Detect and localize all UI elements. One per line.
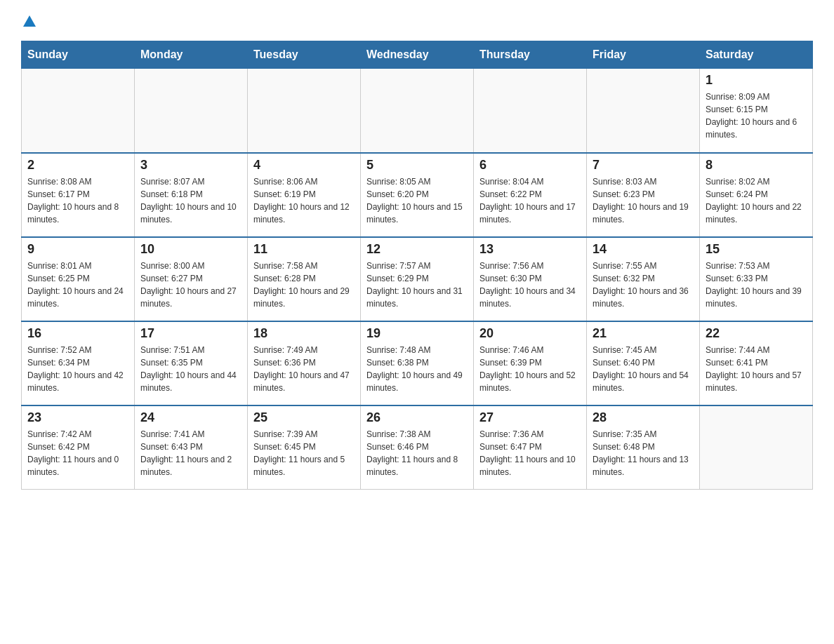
calendar-cell: 8Sunrise: 8:02 AMSunset: 6:24 PMDaylight… — [700, 153, 813, 237]
day-info: Sunrise: 7:48 AMSunset: 6:38 PMDaylight:… — [366, 344, 468, 394]
calendar-cell: 11Sunrise: 7:58 AMSunset: 6:28 PMDayligh… — [248, 237, 361, 321]
day-info: Sunrise: 7:56 AMSunset: 6:30 PMDaylight:… — [479, 260, 581, 310]
day-number: 25 — [253, 410, 355, 425]
day-info: Sunrise: 7:45 AMSunset: 6:40 PMDaylight:… — [593, 344, 694, 394]
day-number: 23 — [27, 410, 128, 425]
calendar-cell: 16Sunrise: 7:52 AMSunset: 6:34 PMDayligh… — [22, 321, 135, 405]
day-number: 28 — [593, 410, 694, 425]
logo-triangle-icon — [22, 14, 37, 29]
day-number: 1 — [706, 73, 807, 88]
day-info: Sunrise: 7:35 AMSunset: 6:48 PMDaylight:… — [593, 428, 694, 478]
day-number: 20 — [479, 326, 581, 341]
logo — [21, 14, 38, 29]
day-info: Sunrise: 7:44 AMSunset: 6:41 PMDaylight:… — [706, 344, 807, 394]
weekday-header-thursday: Thursday — [474, 41, 587, 69]
day-number: 5 — [366, 158, 468, 173]
day-info: Sunrise: 7:46 AMSunset: 6:39 PMDaylight:… — [479, 344, 581, 394]
calendar-cell: 12Sunrise: 7:57 AMSunset: 6:29 PMDayligh… — [361, 237, 474, 321]
day-number: 10 — [140, 242, 241, 257]
weekday-header-wednesday: Wednesday — [361, 41, 474, 69]
day-info: Sunrise: 8:05 AMSunset: 6:20 PMDaylight:… — [366, 175, 468, 226]
calendar-cell: 1Sunrise: 8:09 AMSunset: 6:15 PMDaylight… — [700, 69, 813, 153]
calendar-cell: 24Sunrise: 7:41 AMSunset: 6:43 PMDayligh… — [135, 405, 248, 490]
calendar-cell — [474, 69, 587, 153]
day-info: Sunrise: 7:49 AMSunset: 6:36 PMDaylight:… — [253, 344, 355, 394]
calendar-cell: 23Sunrise: 7:42 AMSunset: 6:42 PMDayligh… — [22, 405, 135, 490]
day-info: Sunrise: 8:01 AMSunset: 6:25 PMDaylight:… — [27, 260, 128, 310]
weekday-header-tuesday: Tuesday — [248, 41, 361, 69]
day-info: Sunrise: 7:58 AMSunset: 6:28 PMDaylight:… — [253, 260, 355, 310]
calendar-cell: 18Sunrise: 7:49 AMSunset: 6:36 PMDayligh… — [248, 321, 361, 405]
calendar-week-4: 16Sunrise: 7:52 AMSunset: 6:34 PMDayligh… — [22, 321, 813, 405]
day-number: 4 — [253, 158, 355, 173]
day-info: Sunrise: 7:39 AMSunset: 6:45 PMDaylight:… — [253, 428, 355, 478]
calendar-cell: 5Sunrise: 8:05 AMSunset: 6:20 PMDaylight… — [361, 153, 474, 237]
page-header — [21, 14, 813, 29]
calendar-cell: 26Sunrise: 7:38 AMSunset: 6:46 PMDayligh… — [361, 405, 474, 490]
day-info: Sunrise: 7:57 AMSunset: 6:29 PMDaylight:… — [366, 260, 468, 310]
day-number: 13 — [479, 242, 581, 257]
calendar-cell — [135, 69, 248, 153]
weekday-header-friday: Friday — [587, 41, 700, 69]
day-info: Sunrise: 8:08 AMSunset: 6:17 PMDaylight:… — [27, 175, 128, 226]
day-info: Sunrise: 7:36 AMSunset: 6:47 PMDaylight:… — [479, 428, 581, 478]
calendar-week-2: 2Sunrise: 8:08 AMSunset: 6:17 PMDaylight… — [22, 153, 813, 237]
weekday-header-saturday: Saturday — [700, 41, 813, 69]
day-number: 15 — [706, 242, 807, 257]
day-info: Sunrise: 7:38 AMSunset: 6:46 PMDaylight:… — [366, 428, 468, 478]
day-number: 8 — [706, 158, 807, 173]
day-info: Sunrise: 8:00 AMSunset: 6:27 PMDaylight:… — [140, 260, 241, 310]
day-number: 27 — [479, 410, 581, 425]
calendar-cell: 14Sunrise: 7:55 AMSunset: 6:32 PMDayligh… — [587, 237, 700, 321]
calendar-cell: 15Sunrise: 7:53 AMSunset: 6:33 PMDayligh… — [700, 237, 813, 321]
calendar-cell: 22Sunrise: 7:44 AMSunset: 6:41 PMDayligh… — [700, 321, 813, 405]
weekday-header-monday: Monday — [135, 41, 248, 69]
day-number: 22 — [706, 326, 807, 341]
calendar-cell — [361, 69, 474, 153]
calendar-cell: 17Sunrise: 7:51 AMSunset: 6:35 PMDayligh… — [135, 321, 248, 405]
calendar-cell: 25Sunrise: 7:39 AMSunset: 6:45 PMDayligh… — [248, 405, 361, 490]
calendar-cell: 7Sunrise: 8:03 AMSunset: 6:23 PMDaylight… — [587, 153, 700, 237]
calendar-cell: 10Sunrise: 8:00 AMSunset: 6:27 PMDayligh… — [135, 237, 248, 321]
calendar-cell — [248, 69, 361, 153]
day-info: Sunrise: 8:02 AMSunset: 6:24 PMDaylight:… — [706, 175, 807, 226]
day-info: Sunrise: 7:55 AMSunset: 6:32 PMDaylight:… — [593, 260, 694, 310]
day-number: 21 — [593, 326, 694, 341]
day-info: Sunrise: 8:06 AMSunset: 6:19 PMDaylight:… — [253, 175, 355, 226]
calendar-cell: 20Sunrise: 7:46 AMSunset: 6:39 PMDayligh… — [474, 321, 587, 405]
day-number: 16 — [27, 326, 128, 341]
day-number: 2 — [27, 158, 128, 173]
calendar-cell: 3Sunrise: 8:07 AMSunset: 6:18 PMDaylight… — [135, 153, 248, 237]
day-info: Sunrise: 8:04 AMSunset: 6:22 PMDaylight:… — [479, 175, 581, 226]
calendar-cell — [22, 69, 135, 153]
weekday-header-row: SundayMondayTuesdayWednesdayThursdayFrid… — [22, 41, 813, 69]
day-info: Sunrise: 8:07 AMSunset: 6:18 PMDaylight:… — [140, 175, 241, 226]
calendar-cell: 28Sunrise: 7:35 AMSunset: 6:48 PMDayligh… — [587, 405, 700, 490]
day-info: Sunrise: 7:53 AMSunset: 6:33 PMDaylight:… — [706, 260, 807, 310]
day-info: Sunrise: 7:42 AMSunset: 6:42 PMDaylight:… — [27, 428, 128, 478]
calendar-cell: 27Sunrise: 7:36 AMSunset: 6:47 PMDayligh… — [474, 405, 587, 490]
calendar-cell: 19Sunrise: 7:48 AMSunset: 6:38 PMDayligh… — [361, 321, 474, 405]
calendar-cell: 6Sunrise: 8:04 AMSunset: 6:22 PMDaylight… — [474, 153, 587, 237]
calendar-week-3: 9Sunrise: 8:01 AMSunset: 6:25 PMDaylight… — [22, 237, 813, 321]
calendar-cell: 9Sunrise: 8:01 AMSunset: 6:25 PMDaylight… — [22, 237, 135, 321]
day-number: 26 — [366, 410, 468, 425]
calendar-cell: 13Sunrise: 7:56 AMSunset: 6:30 PMDayligh… — [474, 237, 587, 321]
day-number: 17 — [140, 326, 241, 341]
calendar-table: SundayMondayTuesdayWednesdayThursdayFrid… — [21, 41, 813, 490]
weekday-header-sunday: Sunday — [22, 41, 135, 69]
calendar-cell: 2Sunrise: 8:08 AMSunset: 6:17 PMDaylight… — [22, 153, 135, 237]
day-info: Sunrise: 8:03 AMSunset: 6:23 PMDaylight:… — [593, 175, 694, 226]
calendar-week-1: 1Sunrise: 8:09 AMSunset: 6:15 PMDaylight… — [22, 69, 813, 153]
day-number: 19 — [366, 326, 468, 341]
day-number: 18 — [253, 326, 355, 341]
svg-marker-0 — [23, 15, 36, 27]
day-info: Sunrise: 8:09 AMSunset: 6:15 PMDaylight:… — [706, 90, 807, 141]
day-info: Sunrise: 7:51 AMSunset: 6:35 PMDaylight:… — [140, 344, 241, 394]
day-number: 7 — [593, 158, 694, 173]
day-number: 9 — [27, 242, 128, 257]
day-number: 14 — [593, 242, 694, 257]
day-info: Sunrise: 7:41 AMSunset: 6:43 PMDaylight:… — [140, 428, 241, 478]
day-number: 11 — [253, 242, 355, 257]
day-info: Sunrise: 7:52 AMSunset: 6:34 PMDaylight:… — [27, 344, 128, 394]
